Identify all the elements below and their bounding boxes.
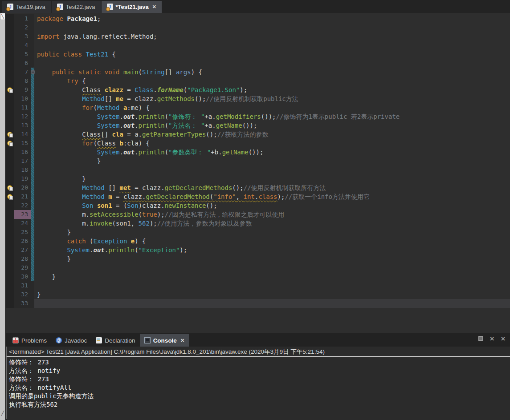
code-line[interactable]: 29 bbox=[6, 263, 510, 272]
code-line[interactable]: 11 for(Method a:me) { bbox=[6, 103, 510, 112]
code-line[interactable]: 19 } bbox=[6, 174, 510, 183]
diff-stripe bbox=[31, 130, 34, 139]
code-line[interactable]: 33 bbox=[6, 299, 510, 308]
line-number: 3 bbox=[14, 32, 31, 41]
code-line[interactable]: 22 Son son1 = (Son)clazz.newInstance(); bbox=[6, 201, 510, 210]
code-line[interactable]: 21 Method m = clazz.getDeclaredMethod("i… bbox=[6, 192, 510, 201]
tab-label: Console bbox=[153, 337, 177, 344]
marker-bar-cell bbox=[6, 59, 14, 68]
code-line[interactable]: 3import java.lang.reflect.Method; bbox=[6, 32, 510, 41]
diff-stripe bbox=[31, 77, 34, 85]
diff-stripe bbox=[31, 59, 34, 68]
line-number: 31 bbox=[14, 281, 31, 290]
code-line[interactable]: 13 System.out.println("方法名： "+a.getName(… bbox=[6, 121, 510, 130]
diff-stripe bbox=[31, 14, 34, 23]
tab-console[interactable]: Console✕ bbox=[140, 334, 189, 347]
tab-label: Declaration bbox=[105, 337, 135, 344]
code-text: } bbox=[34, 254, 510, 263]
marker-bar-cell bbox=[6, 228, 14, 237]
close-all-views-icon[interactable]: ✕ bbox=[501, 336, 506, 342]
diff-stripe bbox=[31, 41, 34, 50]
line-number: 8 bbox=[14, 77, 31, 85]
view-controls: ✕ ✕ bbox=[478, 336, 506, 342]
tab-test19java[interactable]: JTest19.java bbox=[2, 1, 51, 13]
tab-test21java[interactable]: J*Test21.java✕ bbox=[102, 1, 162, 13]
restore-view-icon[interactable] bbox=[478, 336, 483, 341]
line-number: 14 bbox=[14, 130, 31, 139]
code-line[interactable]: 4 bbox=[6, 41, 510, 50]
line-number: 32 bbox=[14, 290, 31, 299]
code-line[interactable]: 24 m.invoke(son1, 562);//使用方法，参数为对象以及参数 bbox=[6, 219, 510, 228]
diff-stripe bbox=[31, 246, 34, 254]
marker-bar-cell bbox=[6, 23, 14, 32]
code-line[interactable]: 7 public static void main(String[] args)… bbox=[6, 68, 510, 77]
console-output-line: 调用的是public无参构造方法 bbox=[9, 392, 510, 400]
problems-icon bbox=[12, 337, 19, 343]
marker-bar-cell bbox=[6, 85, 14, 94]
marker-bar-cell bbox=[6, 219, 14, 228]
code-line[interactable]: 31 bbox=[6, 281, 510, 290]
code-line[interactable]: 27 System.out.println("Exception"); bbox=[6, 246, 510, 254]
code-line[interactable]: 8 try { bbox=[6, 77, 510, 85]
warning-bulb-icon[interactable] bbox=[7, 87, 12, 93]
tab-test22java[interactable]: JTest22.java bbox=[52, 1, 101, 13]
code-line[interactable]: 6 bbox=[6, 59, 510, 68]
code-line[interactable]: 18 bbox=[6, 166, 510, 174]
warning-bulb-icon[interactable] bbox=[7, 185, 12, 190]
warning-bulb-icon[interactable] bbox=[7, 141, 12, 146]
scrollbar-strip[interactable]: ╲ ╱ bbox=[0, 13, 6, 420]
code-text: System.out.println("参数类型： "+b.getName())… bbox=[34, 148, 510, 157]
diff-stripe bbox=[31, 157, 34, 166]
code-line[interactable]: 1package Package1; bbox=[6, 14, 510, 23]
code-editor[interactable]: 1package Package1;23import java.lang.ref… bbox=[6, 13, 510, 333]
code-text: try { bbox=[34, 77, 510, 85]
marker-bar-cell bbox=[6, 121, 14, 130]
code-line[interactable]: 15 for(Class b:cla) { bbox=[6, 139, 510, 148]
tab-declaration[interactable]: Declaration bbox=[91, 334, 139, 347]
warning-bulb-icon[interactable] bbox=[7, 132, 12, 137]
tab-javadoc[interactable]: @Javadoc bbox=[51, 334, 91, 347]
code-line[interactable]: 30 } bbox=[6, 272, 510, 281]
code-line[interactable]: 20 Method [] met = clazz.getDeclaredMeth… bbox=[6, 183, 510, 192]
close-view-icon[interactable]: ✕ bbox=[490, 336, 494, 342]
code-text bbox=[34, 41, 510, 50]
line-number: 7 bbox=[14, 68, 31, 77]
close-icon[interactable]: ✕ bbox=[180, 338, 184, 343]
marker-bar-cell bbox=[6, 103, 14, 112]
tab-problems[interactable]: Problems bbox=[8, 334, 51, 347]
close-icon[interactable]: ✕ bbox=[152, 4, 156, 10]
marker-bar-cell bbox=[6, 166, 14, 174]
line-number: 18 bbox=[14, 166, 31, 174]
console-output[interactable]: 修饰符： 273方法名： notify修饰符： 273方法名： notifyAl… bbox=[6, 357, 510, 419]
code-line[interactable]: 2 bbox=[6, 23, 510, 32]
code-line[interactable]: 28 } bbox=[6, 254, 510, 263]
line-number: 10 bbox=[14, 94, 31, 103]
tab-label: *Test21.java bbox=[116, 4, 149, 10]
code-line[interactable]: 10 Method[] me = clazz.getMethods();//使用… bbox=[6, 94, 510, 103]
marker-bar-cell bbox=[6, 254, 14, 263]
marker-bar-cell bbox=[6, 192, 14, 201]
code-line[interactable]: 32} bbox=[6, 290, 510, 299]
code-line[interactable]: 16 System.out.println("参数类型： "+b.getName… bbox=[6, 148, 510, 157]
diff-stripe bbox=[31, 139, 34, 148]
code-line[interactable]: 25 } bbox=[6, 228, 510, 237]
collapse-marker-icon[interactable] bbox=[31, 70, 35, 74]
code-line[interactable]: 5public class Test21 { bbox=[6, 50, 510, 59]
code-text bbox=[34, 299, 510, 308]
code-line[interactable]: 17 } bbox=[6, 157, 510, 166]
code-line[interactable]: 23 m.setAccessible(true);//因为是私有方法，给权限之后… bbox=[6, 210, 510, 219]
java-file-icon: J bbox=[7, 4, 13, 10]
resize-handle-icon[interactable]: ╱ bbox=[0, 410, 5, 416]
code-line[interactable]: 12 System.out.println("修饰符： "+a.getModif… bbox=[6, 112, 510, 121]
scroll-corner-icon[interactable]: ╲ bbox=[0, 13, 5, 20]
tab-label: Test22.java bbox=[66, 4, 95, 10]
diff-stripe bbox=[31, 299, 34, 308]
code-text: package Package1; bbox=[34, 14, 510, 23]
tab-label: Javadoc bbox=[65, 337, 87, 344]
code-line[interactable]: 14 Class[] cla = a.getParameterTypes();/… bbox=[6, 130, 510, 139]
code-line[interactable]: 9 Class clazz = Class.forName("Package1.… bbox=[6, 85, 510, 94]
code-line[interactable]: 26 catch (Exception e) { bbox=[6, 237, 510, 246]
warning-bulb-icon[interactable] bbox=[7, 194, 12, 199]
line-number: 21 bbox=[14, 192, 31, 201]
diff-stripe bbox=[31, 166, 34, 174]
